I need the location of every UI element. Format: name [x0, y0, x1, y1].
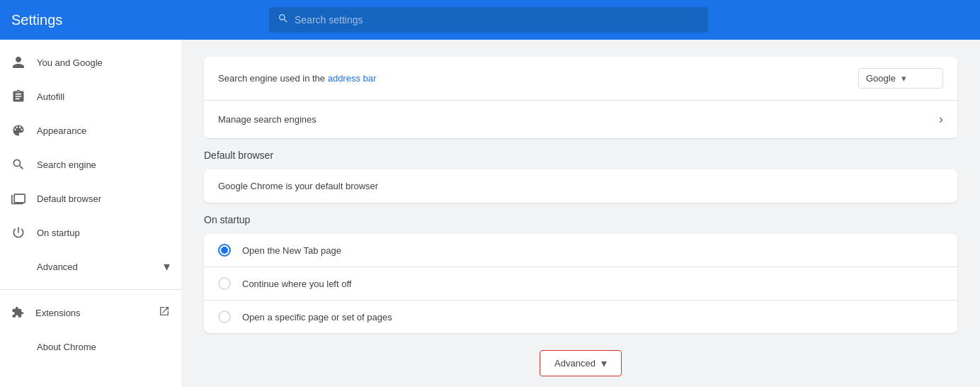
radio-new-tab[interactable]: [218, 244, 231, 257]
header: Settings: [0, 0, 980, 40]
startup-row-continue[interactable]: Continue where you left off: [204, 267, 957, 301]
settings-title: Settings: [11, 12, 252, 28]
sidebar-item-label: You and Google: [37, 57, 164, 68]
search-icon: [278, 13, 289, 27]
startup-label-new-tab: Open the New Tab page: [242, 245, 341, 256]
startup-label-continue: Continue where you left off: [242, 279, 351, 289]
palette-icon: [11, 123, 25, 138]
startup-label-specific-page: Open a specific page or set of pages: [242, 312, 392, 322]
chevron-down-icon: ▾: [164, 259, 170, 274]
sidebar-item-search-engine[interactable]: Search engine: [0, 147, 176, 181]
search-bar: [269, 7, 708, 33]
sidebar-extensions-label: Extensions: [35, 308, 81, 318]
sidebar-item-you-and-google[interactable]: You and Google: [0, 45, 176, 79]
about-icon: [11, 340, 25, 354]
main-content: Search engine used in the address bar Go…: [181, 40, 980, 387]
sidebar: You and Google Autofill Appearance Searc…: [0, 40, 181, 387]
radio-continue[interactable]: [218, 277, 231, 290]
address-bar-link[interactable]: address bar: [328, 73, 377, 84]
sidebar-about-label: About Chrome: [37, 342, 96, 352]
sidebar-item-about-chrome[interactable]: About Chrome: [0, 330, 176, 364]
browser-icon: [11, 191, 25, 206]
sidebar-advanced-label: Advanced: [37, 262, 78, 272]
sidebar-item-label: On startup: [37, 228, 164, 238]
manage-search-engines-row[interactable]: Manage search engines ›: [204, 101, 957, 138]
search-engine-card: Search engine used in the address bar Go…: [204, 57, 957, 138]
advanced-button[interactable]: Advanced ▾: [540, 350, 622, 376]
on-startup-title: On startup: [204, 214, 957, 225]
search-input[interactable]: [295, 14, 700, 26]
selected-engine-label: Google: [866, 73, 896, 84]
extensions-icon: [11, 306, 24, 319]
default-browser-title: Default browser: [204, 150, 957, 161]
search-nav-icon: [11, 157, 25, 172]
startup-row-new-tab[interactable]: Open the New Tab page: [204, 234, 957, 267]
sidebar-item-advanced[interactable]: Advanced ▾: [0, 249, 181, 284]
external-link-icon: [159, 305, 170, 320]
manage-label: Manage search engines: [218, 114, 939, 125]
select-chevron-icon: ▾: [901, 73, 906, 84]
advanced-button-label: Advanced: [554, 358, 596, 369]
sidebar-item-label: Autofill: [37, 91, 164, 102]
sidebar-item-label: Default browser: [37, 194, 164, 204]
search-engine-select[interactable]: Google ▾: [858, 68, 943, 89]
search-engine-label: Search engine used in the address bar: [218, 73, 858, 84]
assignment-icon: [11, 89, 25, 103]
person-icon: [11, 55, 25, 69]
startup-row-specific-page[interactable]: Open a specific page or set of pages: [204, 301, 957, 333]
sidebar-item-autofill[interactable]: Autofill: [0, 79, 176, 113]
advanced-button-wrap: Advanced ▾: [204, 350, 957, 376]
sidebar-item-label: Appearance: [37, 125, 164, 136]
search-engine-row: Search engine used in the address bar Go…: [204, 57, 957, 101]
manage-chevron-icon: ›: [939, 112, 943, 127]
radio-inner: [221, 247, 228, 254]
sidebar-item-extensions[interactable]: Extensions: [0, 296, 181, 330]
body-wrap: You and Google Autofill Appearance Searc…: [0, 40, 980, 387]
advanced-icon: [11, 259, 25, 274]
sidebar-divider: [0, 289, 181, 290]
sidebar-item-default-browser[interactable]: Default browser: [0, 181, 176, 215]
default-browser-status: Google Chrome is your default browser: [218, 181, 378, 191]
advanced-chevron-icon: ▾: [601, 357, 607, 370]
sidebar-item-label: Search engine: [37, 159, 164, 170]
sidebar-item-on-startup[interactable]: On startup: [0, 215, 176, 249]
radio-specific-page[interactable]: [218, 310, 231, 323]
on-startup-card: Open the New Tab page Continue where you…: [204, 234, 957, 333]
sidebar-item-appearance[interactable]: Appearance: [0, 113, 176, 147]
power-icon: [11, 225, 25, 240]
default-browser-card: Google Chrome is your default browser: [204, 169, 957, 203]
